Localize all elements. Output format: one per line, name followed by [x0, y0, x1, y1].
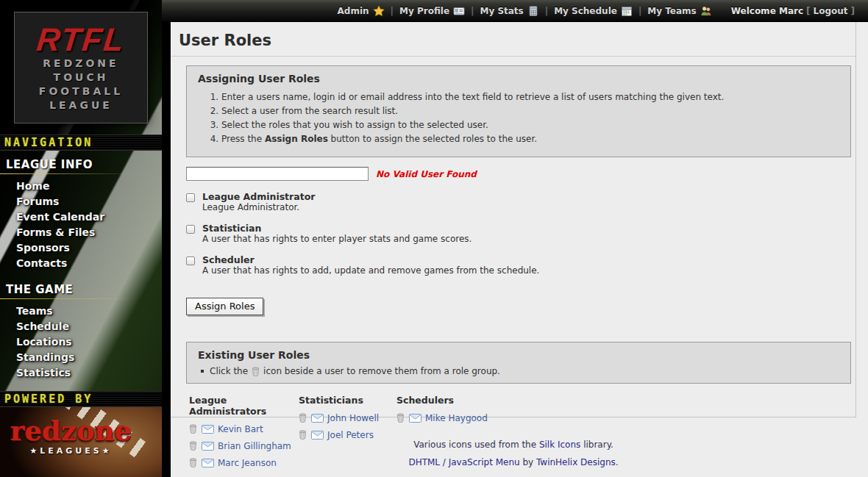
- section-title: THE GAME: [0, 281, 162, 298]
- role-row: Statistician A user that has rights to e…: [186, 223, 851, 245]
- role-checkbox-scheduler[interactable]: [186, 257, 195, 265]
- role-description: League Administrator.: [202, 202, 315, 213]
- role-checkbox-statistician[interactable]: [186, 225, 195, 234]
- remove-user-icon[interactable]: [299, 430, 307, 440]
- sidebar-item-locations[interactable]: Locations: [0, 334, 162, 350]
- email-user-icon[interactable]: [202, 425, 214, 434]
- group-title: Schedulers: [396, 395, 488, 406]
- rtfl-logo-line: FOOTBALL: [39, 85, 123, 98]
- role-checkbox-league-administrator[interactable]: [186, 193, 195, 202]
- group-title: Statisticians: [299, 395, 396, 406]
- twinhelix-link[interactable]: TwinHelix Designs: [536, 457, 616, 467]
- existing-user-roles-box: Existing User Roles Click the icon besid…: [186, 342, 851, 384]
- sidebar-item-sponsors[interactable]: Sponsors: [0, 240, 162, 256]
- topbar-item-my-teams[interactable]: My Teams: [647, 5, 711, 17]
- assigning-box-title: Assigning User Roles: [198, 73, 839, 85]
- user-role-row: John Howell: [299, 412, 396, 423]
- logout-bracket: ]: [851, 6, 855, 16]
- topbar-item-my-profile[interactable]: My Profile: [399, 5, 465, 17]
- powered-by-header: POWERED BY: [0, 391, 162, 407]
- user-role-row: Brian Gillingham: [189, 440, 299, 451]
- welcome-text: Welcome Marc: [731, 6, 803, 16]
- topbar-item-admin[interactable]: Admin: [338, 5, 385, 17]
- remove-user-icon[interactable]: [299, 413, 307, 423]
- topbar-item-my-schedule[interactable]: My Schedule: [554, 5, 633, 17]
- role-name: League Administrator: [202, 191, 315, 202]
- user-link[interactable]: Joel Peters: [327, 430, 374, 440]
- bullet-square: [201, 370, 204, 373]
- sidebar-item-forums[interactable]: Forums: [0, 194, 162, 209]
- sidebar-item-standings[interactable]: Standings: [0, 350, 162, 365]
- rtfl-logo-line: REDZONE: [43, 57, 118, 71]
- user-link[interactable]: Kevin Bart: [218, 424, 263, 434]
- sidebar-item-teams[interactable]: Teams: [0, 304, 162, 319]
- user-role-row: Kevin Bart: [189, 423, 299, 434]
- existing-box-title: Existing User Roles: [198, 349, 839, 361]
- section-the-game: THE GAME Teams Schedule Locations Standi…: [0, 281, 162, 381]
- redzone-leagues-logo[interactable]: redzone ★LEAGUES★: [0, 407, 162, 477]
- email-user-icon[interactable]: [311, 431, 324, 440]
- user-search-input[interactable]: [186, 167, 369, 181]
- dhtml-menu-link[interactable]: DHTML / JavaScript Menu: [408, 457, 519, 467]
- sidebar-item-home[interactable]: Home: [0, 179, 162, 194]
- section-underline: [0, 173, 162, 174]
- group-title: League Administrators: [189, 395, 299, 417]
- sidebar-item-forms-files[interactable]: Forms & Files: [0, 225, 162, 240]
- vcard-icon: [453, 5, 465, 17]
- user-link[interactable]: Mike Haygood: [425, 413, 488, 423]
- role-row: Scheduler A user that has rights to add,…: [186, 254, 851, 276]
- redzone-logo-text: redzone: [10, 417, 132, 445]
- app-window: RTFL REDZONE TOUCH FOOTBALL LEAGUE NAVIG…: [0, 0, 868, 477]
- role-description: A user that has rights to add, update an…: [202, 265, 539, 276]
- league-logo-area: RTFL REDZONE TOUCH FOOTBALL LEAGUE: [0, 0, 162, 135]
- sidebar-item-schedule[interactable]: Schedule: [0, 319, 162, 334]
- user-link[interactable]: Marc Jeanson: [218, 458, 277, 468]
- remove-user-icon[interactable]: [189, 441, 197, 451]
- user-role-row: Marc Jeanson: [189, 457, 299, 468]
- star-icon: [373, 5, 385, 17]
- user-link[interactable]: Brian Gillingham: [218, 441, 291, 451]
- content-row: User Roles Assigning User Roles Enter a …: [162, 22, 868, 477]
- content-area: User Roles Assigning User Roles Enter a …: [171, 22, 868, 477]
- remove-user-icon[interactable]: [189, 424, 197, 434]
- email-user-icon[interactable]: [202, 459, 214, 467]
- topbar-separator: |: [545, 6, 548, 16]
- sidebar: RTFL REDZONE TOUCH FOOTBALL LEAGUE NAVIG…: [0, 0, 162, 477]
- logout-bracket: [: [806, 6, 810, 16]
- instruction-step: Press the Assign Roles button to assign …: [221, 133, 839, 145]
- email-user-icon[interactable]: [409, 414, 421, 423]
- topbar-separator: |: [391, 6, 394, 16]
- sidebar-nav: LEAGUE INFO Home Forums Event Calendar F…: [0, 151, 162, 381]
- role-checkbox-list: League Administrator League Administrato…: [186, 191, 851, 276]
- email-user-icon[interactable]: [202, 442, 214, 451]
- group-icon: [700, 5, 712, 17]
- remove-user-icon[interactable]: [189, 458, 197, 467]
- user-roles-panel: User Roles Assigning User Roles Enter a …: [171, 22, 856, 417]
- assign-instructions: Enter a users name, login id or email ad…: [198, 91, 839, 145]
- calendar-icon: [621, 5, 633, 17]
- group-statisticians: Statisticians John Howell Joel Peters: [299, 395, 396, 474]
- topbar-separator: |: [471, 6, 474, 16]
- page-title: User Roles: [171, 22, 855, 56]
- sidebar-item-statistics[interactable]: Statistics: [0, 365, 162, 381]
- topbar-item-my-stats[interactable]: My Stats: [480, 5, 538, 17]
- instruction-step: Select a user from the search result lis…: [221, 105, 839, 117]
- calculator-icon: [527, 5, 539, 17]
- email-user-icon[interactable]: [311, 414, 324, 423]
- user-search-row: No Valid User Found: [186, 167, 851, 181]
- logout-button[interactable]: Logout: [814, 6, 848, 16]
- role-row: League Administrator League Administrato…: [186, 191, 851, 213]
- assigning-user-roles-box: Assigning User Roles Enter a users name,…: [186, 65, 851, 157]
- rtfl-logo[interactable]: RTFL REDZONE TOUCH FOOTBALL LEAGUE: [14, 12, 148, 123]
- group-league-administrators: League Administrators Kevin Bart Brian G…: [189, 395, 299, 474]
- main-column: Admin | My Profile | My Stats |: [162, 0, 868, 477]
- user-link[interactable]: John Howell: [327, 413, 379, 423]
- topbar: Admin | My Profile | My Stats |: [162, 0, 868, 22]
- sidebar-item-contacts[interactable]: Contacts: [0, 256, 162, 271]
- silk-icons-link[interactable]: Silk Icons: [539, 440, 580, 450]
- trash-icon: [252, 367, 260, 376]
- sidebar-item-event-calendar[interactable]: Event Calendar: [0, 209, 162, 225]
- assign-roles-button[interactable]: Assign Roles: [186, 298, 263, 315]
- role-description: A user that has rights to enter player s…: [202, 234, 472, 245]
- remove-user-icon[interactable]: [396, 413, 405, 423]
